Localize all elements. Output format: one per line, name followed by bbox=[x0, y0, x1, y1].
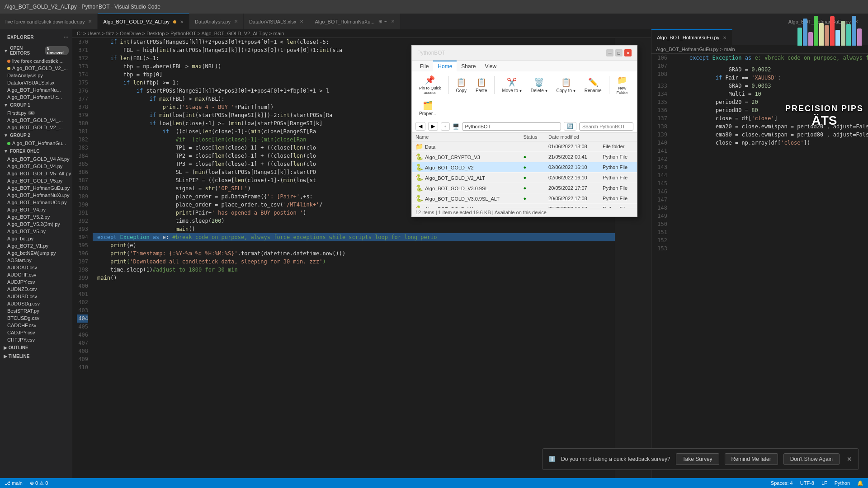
line-ending-indicator[interactable]: LF bbox=[821, 480, 827, 486]
fm-properties-button[interactable]: 🗂️ Proper... bbox=[415, 99, 440, 118]
fm-paste-button[interactable]: 📋 Paste bbox=[472, 75, 491, 95]
sidebar-item-audusd[interactable]: AUDUSD.csv bbox=[0, 293, 72, 300]
col-name[interactable]: Name bbox=[412, 133, 519, 141]
sidebar-item-hofmangueu[interactable]: Algo_BOT_HofmanGuEu.py bbox=[0, 184, 72, 192]
sidebar-item-bot2v1[interactable]: Algo_BOT2_V1.py bbox=[0, 242, 72, 249]
sidebar-item-hofmanucc[interactable]: Algo_BOT_HofmanUCc.py bbox=[0, 199, 72, 206]
sidebar-item-aostart[interactable]: AOStart.py bbox=[0, 257, 72, 264]
more-icon[interactable]: ··· bbox=[384, 19, 387, 24]
sidebar-item-btcusdg[interactable]: BTCUSDg.csv bbox=[0, 314, 72, 322]
fm-up-button[interactable]: ↑ bbox=[441, 122, 450, 131]
fm-rename-button[interactable]: ✏️ Rename bbox=[581, 75, 605, 95]
fm-minimize-button[interactable]: ─ bbox=[606, 49, 613, 56]
fm-delete-button[interactable]: 🗑️ Delete ▾ bbox=[527, 75, 551, 95]
table-row[interactable]: 🐍Algo_BOT_GOLD_V4 ● 25/05/2022 16:17 Pyt… bbox=[412, 204, 637, 208]
fm-tab-home[interactable]: Home bbox=[433, 61, 457, 71]
fm-move-button[interactable]: ✂️ Move to ▾ bbox=[498, 75, 525, 95]
sidebar-item-v5[interactable]: Algo_BOT_V5.py bbox=[0, 228, 72, 235]
table-row[interactable]: 🐍Algo_BOT_GOLD_V2_ALT ● 02/06/2022 16:10… bbox=[412, 173, 637, 183]
feedback-icon[interactable]: 🔔 bbox=[857, 480, 863, 486]
sidebar-item-cadchf[interactable]: CADCHF.csv bbox=[0, 322, 72, 329]
fm-newfolder-button[interactable]: 📁 NewFolder bbox=[613, 73, 632, 97]
group1-header[interactable]: ▼ GROUP 1 bbox=[0, 101, 72, 109]
tab-live-forex[interactable]: live forex candlestick downloader.py ✕ bbox=[0, 14, 98, 29]
language-indicator[interactable]: Python bbox=[835, 480, 850, 486]
tab-dataforvisuals[interactable]: DataforVISUALS.xlsx ✕ bbox=[244, 14, 310, 29]
table-row[interactable]: 🐍Algo_BOT_GOLD_V3.0.9SL ● 20/05/2022 17:… bbox=[412, 183, 637, 193]
timeline-section[interactable]: ▶ TIMELINE bbox=[0, 352, 72, 361]
close-icon[interactable]: ✕ bbox=[391, 19, 395, 24]
table-row[interactable]: 🐍Algo_BOT_CRYPTO_V3 ● 21/05/2022 00:41 P… bbox=[412, 152, 637, 162]
close-icon[interactable]: ✕ bbox=[723, 35, 726, 40]
feedback-close-button[interactable]: ✕ bbox=[847, 455, 852, 463]
sidebar-item-newjump[interactable]: Algo_botNEWjump.py bbox=[0, 249, 72, 257]
fm-back-button[interactable]: ◀ bbox=[415, 122, 425, 131]
explorer-more[interactable]: ··· bbox=[63, 33, 69, 40]
tab-algo-hofmanu[interactable]: Algo_BOT_HofmanNuXu... ⊞ ··· ✕ bbox=[309, 14, 400, 29]
tab-dataanalysis[interactable]: DataAnalysis.py ✕ bbox=[189, 14, 244, 29]
sidebar-item-audchf[interactable]: AUDCHF.csv bbox=[0, 271, 72, 278]
sidebar-item-audjpy[interactable]: AUDJPY.csv bbox=[0, 278, 72, 286]
spaces-indicator[interactable]: Spaces: 4 bbox=[771, 480, 793, 486]
table-row[interactable]: 📁Data 01/06/2022 18:08 File folder bbox=[412, 141, 637, 152]
close-icon[interactable]: ✕ bbox=[234, 19, 238, 24]
split-icon[interactable]: ⊞ bbox=[378, 19, 382, 24]
col-type[interactable] bbox=[599, 133, 637, 141]
sidebar-item-firsttt[interactable]: Firsttt.py 4 bbox=[0, 109, 72, 117]
forex-ohlc-header[interactable]: ▼ FOREX OHLC bbox=[0, 147, 72, 155]
fm-path-input[interactable] bbox=[462, 122, 561, 131]
close-icon[interactable]: ✕ bbox=[300, 19, 303, 24]
sidebar-item-live-forex[interactable]: live forex candlestick ... bbox=[0, 57, 72, 65]
close-icon[interactable]: ✕ bbox=[88, 19, 92, 24]
fm-search-input[interactable] bbox=[579, 122, 633, 131]
fm-close-button[interactable]: ✕ bbox=[624, 49, 632, 56]
fm-tab-view[interactable]: View bbox=[480, 61, 501, 71]
open-editors-group[interactable]: ▼ OPEN EDITORS 5 unsaved bbox=[0, 44, 72, 57]
tab-algo-gold-v2-alt[interactable]: Algo_BOT_GOLD_V2_ALT.py ✕ bbox=[98, 14, 189, 29]
close-icon[interactable]: ✕ bbox=[180, 19, 184, 24]
sidebar-item-cadjpy[interactable]: CADJPY.csv bbox=[0, 329, 72, 336]
sidebar-item-dataanalysis[interactable]: DataAnalysis.py bbox=[0, 72, 72, 79]
sidebar-item-v4[interactable]: Algo_BOT_V4.py bbox=[0, 206, 72, 213]
sidebar-item-audcad[interactable]: AUDCAD.csv bbox=[0, 264, 72, 271]
fm-pin-button[interactable]: 📌 Pin to Quickaccess bbox=[415, 73, 445, 97]
fm-maximize-button[interactable]: □ bbox=[615, 49, 623, 56]
branch-indicator[interactable]: ⎇ main bbox=[5, 480, 23, 486]
table-row[interactable]: 🐍Algo_BOT_GOLD_V3.0.9SL_ALT ● 20/05/2022… bbox=[412, 193, 637, 204]
sidebar-item-hofmanu[interactable]: Algo_BOT_HofmanNu... bbox=[0, 86, 72, 94]
fm-copy-button[interactable]: 📋 Copy bbox=[453, 75, 470, 95]
sidebar-item-gold-v4[interactable]: Algo_BOT_GOLD_V4_... bbox=[0, 117, 72, 124]
sidebar-item-algo-v2[interactable]: Algo_BOT_GOLD_V2_... bbox=[0, 65, 72, 72]
right-panel-tab[interactable]: Algo_BOT_HofmanGuEu.py ✕ bbox=[651, 29, 732, 45]
sidebar-item-audnzd[interactable]: AUDNZD.csv bbox=[0, 286, 72, 293]
fm-copyto-button[interactable]: 📋 Copy to ▾ bbox=[553, 75, 579, 95]
sidebar-item-audusdg[interactable]: AUDUSDg.csv bbox=[0, 300, 72, 307]
fm-forward-button[interactable]: ▶ bbox=[428, 122, 438, 131]
sidebar-item-hofmanguu[interactable]: Algo_BOT_HofmanGu... bbox=[0, 140, 72, 147]
group2-header[interactable]: ▼ GROUP 2 bbox=[0, 131, 72, 140]
dont-show-button[interactable]: Don't Show Again bbox=[783, 453, 840, 465]
sidebar-item-gold-v5-alt[interactable]: Algo_BOT_GOLD_V5_Alt.py bbox=[0, 170, 72, 177]
error-count[interactable]: ⊗ 0 ⚠ 0 bbox=[30, 480, 48, 486]
sidebar-item-dataforvisuals[interactable]: DataforVISUALS.xlsx bbox=[0, 79, 72, 86]
encoding-indicator[interactable]: UTF-8 bbox=[800, 480, 814, 486]
sidebar-item-v523m[interactable]: Algo_BOT_V5.2(3m).py bbox=[0, 221, 72, 228]
sidebar-item-bot[interactable]: Algo_bot.py bbox=[0, 235, 72, 242]
sidebar-item-hofmannuxu[interactable]: Algo_BOT_HofmanNuXu.py bbox=[0, 192, 72, 199]
take-survey-button[interactable]: Take Survey bbox=[676, 453, 719, 465]
fm-refresh-button[interactable]: 🔄 bbox=[564, 122, 576, 131]
sidebar-item-chfjpy[interactable]: CHFJPY.csv bbox=[0, 336, 72, 343]
fm-tab-share[interactable]: Share bbox=[457, 61, 480, 71]
outline-section[interactable]: ▶ OUTLINE bbox=[0, 343, 72, 352]
table-row[interactable]: 🐍Algo_BOT_GOLD_V2 ● 02/06/2022 16:10 Pyt… bbox=[412, 162, 637, 173]
sidebar-item-beststrat[interactable]: BestSTRAT.py bbox=[0, 307, 72, 314]
sidebar-item-gold-v4-alt[interactable]: Algo_BOT_GOLD_V4 Alt.py bbox=[0, 155, 72, 163]
col-status[interactable]: Status bbox=[519, 133, 545, 141]
sidebar-item-gold-v2b[interactable]: Algo_BOT_GOLD_V2_... bbox=[0, 124, 72, 131]
remind-later-button[interactable]: Remind Me later bbox=[725, 453, 778, 465]
sidebar-item-gold-v5[interactable]: Algo_BOT_GOLD_V5.py bbox=[0, 177, 72, 184]
sidebar-item-v52[interactable]: Algo_BOT_V5.2.py bbox=[0, 213, 72, 221]
sidebar-item-gold-v4b[interactable]: Algo_BOT_GOLD_V4.py bbox=[0, 163, 72, 170]
fm-tab-file[interactable]: File bbox=[415, 61, 433, 71]
sidebar-item-hofmanuc[interactable]: Algo_BOT_HofmanU c... bbox=[0, 94, 72, 101]
